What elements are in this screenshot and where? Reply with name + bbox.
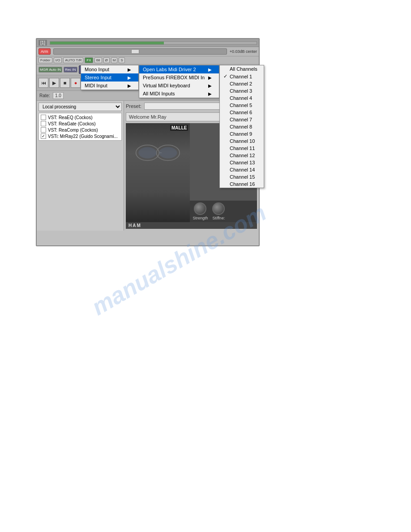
channel-5-item[interactable]: Channel 5: [220, 102, 264, 109]
input-context-menu: Mono Input ▶ Stereo Input ▶ MIDI Input ▶: [81, 65, 139, 90]
daw-window: [1] Arm +0.03dB center Folder I/O AUTO T…: [36, 38, 260, 246]
rec-button[interactable]: Rec IN: [64, 67, 77, 73]
auto-tr-button[interactable]: AUTO T/R: [63, 57, 83, 63]
channel-15-item[interactable]: Channel 15: [220, 173, 264, 180]
channel-8-label: Channel 8: [230, 124, 252, 129]
channel-10-item[interactable]: Channel 10: [220, 137, 264, 145]
play-button[interactable]: ▶: [49, 78, 59, 88]
presonus-arrow: ▶: [208, 75, 212, 80]
channel-6-item[interactable]: Channel 6: [220, 109, 264, 116]
channel-7-item[interactable]: Channel 7: [220, 116, 264, 123]
toolbar-row-2: Folder I/O AUTO T/R FX 68 Ø M S: [37, 56, 259, 64]
channel-16-item[interactable]: Channel 16: [220, 180, 264, 188]
mono-input-item[interactable]: Mono Input ▶: [81, 65, 138, 73]
mono-input-arrow: ▶: [128, 67, 131, 72]
channel-11-label: Channel 11: [230, 146, 255, 151]
fx-label-reagate: VST: ReaGate (Cockos): [48, 121, 96, 126]
channel-15-label: Channel 15: [230, 174, 255, 180]
svg-point-4: [159, 147, 177, 159]
virtual-midi-label: Virtual MIDI keyboard: [143, 83, 190, 88]
channel-8-item[interactable]: Channel 8: [220, 123, 264, 130]
fx-checkbox-reacomp[interactable]: [41, 127, 46, 133]
fx-button[interactable]: FX: [85, 57, 93, 63]
mono-input-label: Mono Input: [85, 67, 109, 72]
stereo-input-label: Stereo Input: [85, 75, 111, 80]
channel-4-item[interactable]: Channel 4: [220, 94, 264, 102]
fx-item-reacomp[interactable]: VST: ReaComp (Cockos): [40, 127, 120, 133]
title-bar: [1]: [37, 39, 259, 47]
channel-13-label: Channel 13: [230, 160, 255, 165]
midi-submenu: Open Labs Midi Driver 2 ▶ PreSonus FIREB…: [139, 65, 219, 98]
rate-label: Rate:: [39, 93, 50, 98]
track-number: [1]: [39, 40, 47, 46]
channel-16-label: Channel 16: [230, 181, 255, 187]
virtual-midi-arrow: ▶: [208, 83, 212, 88]
channel-12-label: Channel 12: [230, 153, 255, 158]
channel-1-item[interactable]: ✓ Channel 1: [220, 73, 264, 80]
stereo-input-arrow: ▶: [128, 75, 131, 80]
channel-3-item[interactable]: Channel 3: [220, 87, 264, 94]
fx-checkbox-reagate[interactable]: [41, 121, 46, 126]
stereo-input-item[interactable]: Stereo Input ▶: [81, 73, 138, 82]
record-button[interactable]: ●: [71, 78, 81, 88]
fx-label-mrray: VSTi: MrRay22 (Guido Scognami...: [48, 134, 118, 139]
strength-knob[interactable]: [194, 202, 206, 215]
channel-6-label: Channel 6: [230, 110, 252, 115]
instrument-background: MALLE: [126, 123, 190, 222]
channels-submenu: All Channels ✓ Channel 1 Channel 2 Chann…: [219, 65, 264, 188]
channel-14-label: Channel 14: [230, 167, 255, 172]
all-channels-item[interactable]: All Channels: [220, 65, 264, 73]
fx-checkbox-reaeq[interactable]: [41, 115, 46, 120]
fx-item-reagate[interactable]: VST: ReaGate (Cockos): [40, 120, 120, 127]
io-button[interactable]: I/O: [54, 57, 62, 63]
channel-2-label: Channel 2: [230, 81, 252, 86]
presonus-item[interactable]: PreSonus FIREBOX MIDI In ▶: [139, 73, 219, 82]
fx-label-reacomp: VST: ReaComp (Cockos): [48, 128, 98, 133]
volume-slider[interactable]: [53, 48, 227, 55]
stiffness-knob[interactable]: [212, 202, 225, 215]
channel-12-item[interactable]: Channel 12: [220, 152, 264, 159]
volume-thumb[interactable]: [131, 49, 139, 54]
channel-10-label: Channel 10: [230, 138, 255, 144]
midi-auto-button[interactable]: MGR Auto IN: [39, 67, 62, 73]
channel-11-item[interactable]: Channel 11: [220, 145, 264, 152]
virtual-midi-item[interactable]: Virtual MIDI keyboard ▶: [139, 82, 219, 90]
channel-9-item[interactable]: Channel 9: [220, 130, 264, 137]
fx-list: VST: ReaEQ (Cockos) VST: ReaGate (Cockos…: [39, 113, 122, 141]
folder-button[interactable]: Folder: [39, 57, 52, 63]
arm-button[interactable]: Arm: [39, 48, 51, 55]
unknown-button[interactable]: 68: [94, 57, 102, 63]
phase-button[interactable]: Ø: [103, 57, 110, 63]
fx-checkbox-mrray[interactable]: ✓: [41, 133, 46, 139]
channel-3-label: Channel 3: [230, 88, 252, 94]
solo-button[interactable]: S: [119, 57, 124, 63]
mute-button[interactable]: M: [111, 57, 118, 63]
fx-item-mrray[interactable]: ✓ VSTi: MrRay22 (Guido Scognami...: [40, 133, 120, 139]
preset-label: Preset:: [126, 103, 141, 109]
openlabs-item[interactable]: Open Labs Midi Driver 2 ▶: [139, 65, 219, 73]
toolbar-row-1: Arm +0.03dB center: [37, 47, 259, 56]
channel-13-item[interactable]: Channel 13: [220, 159, 264, 166]
transport-buttons: ⏮ ▶ ■ ●: [39, 78, 81, 88]
channel-9-label: Channel 9: [230, 131, 252, 137]
openlabs-arrow: ▶: [208, 67, 212, 72]
all-midi-item[interactable]: All MIDI Inputs ▶: [139, 90, 219, 98]
channel-7-label: Channel 7: [230, 117, 252, 122]
skip-back-button[interactable]: ⏮: [39, 78, 48, 88]
presonus-label: PreSonus FIREBOX MIDI In: [143, 75, 205, 80]
strength-knob-wrap: Strength: [193, 202, 208, 220]
channel-2-item[interactable]: Channel 2: [220, 80, 264, 87]
strength-label: Strength: [193, 216, 208, 220]
fx-chain-dropdown[interactable]: Local processing: [39, 103, 122, 111]
level-meter: [50, 41, 257, 45]
channel-14-item[interactable]: Channel 14: [220, 166, 264, 173]
malle-label: MALLE: [170, 125, 188, 131]
fx-panel: Local processing VST: ReaEQ (Cockos) VST…: [37, 101, 124, 231]
all-midi-label: All MIDI Inputs: [143, 91, 175, 96]
rate-value: 1.0: [53, 92, 64, 99]
fx-label-reaeq: VST: ReaEQ (Cockos): [48, 115, 92, 120]
midi-input-item[interactable]: MIDI Input ▶: [81, 82, 138, 90]
pan-value-label: +0.03dB center: [230, 49, 257, 54]
fx-item-reaeq[interactable]: VST: ReaEQ (Cockos): [40, 114, 120, 120]
stop-button[interactable]: ■: [60, 78, 70, 88]
